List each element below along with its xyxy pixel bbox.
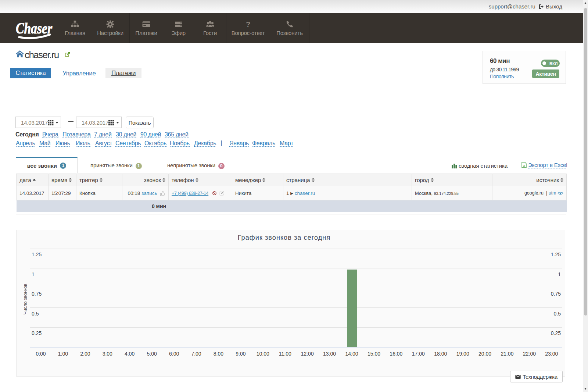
svg-text:?: ? — [246, 20, 250, 28]
svg-text:Chaser: Chaser — [16, 20, 53, 37]
svg-text:x: x — [523, 164, 525, 167]
